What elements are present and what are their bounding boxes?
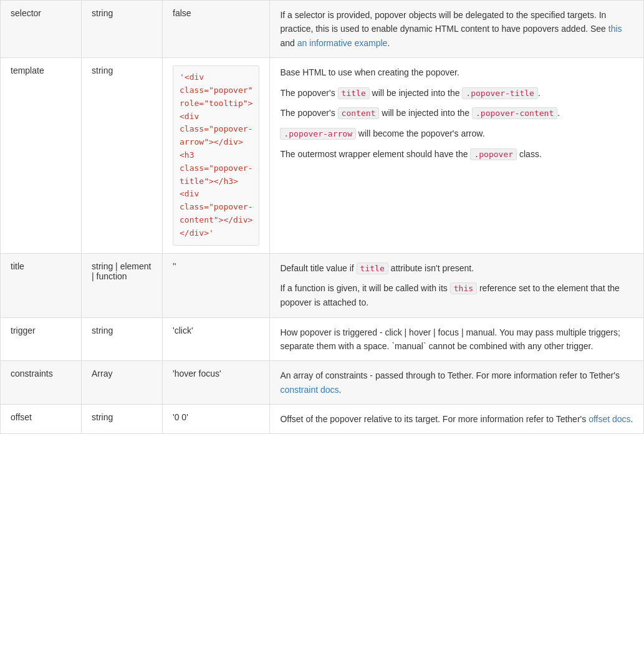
- example-link[interactable]: an informative example: [297, 38, 388, 48]
- option-default: false: [163, 1, 270, 58]
- desc-para-2: If a function is given, it will be calle…: [280, 281, 633, 309]
- description-text: If a selector is provided, popover objec…: [280, 8, 633, 50]
- option-default: 'click': [163, 317, 270, 361]
- option-description: If a selector is provided, popover objec…: [270, 1, 644, 58]
- popover-arrow-code: .popover-arrow: [280, 128, 356, 140]
- this-link[interactable]: this: [608, 24, 622, 34]
- table-row: templatestring'<divclass="popover"role="…: [1, 58, 644, 253]
- desc-para-1: Base HTML to use when creating the popov…: [280, 65, 633, 79]
- option-description: How popover is triggered - click | hover…: [270, 317, 644, 361]
- popover-class-code: .popover: [470, 148, 517, 160]
- option-type: string: [82, 317, 163, 361]
- description-text: Offset of the popover relative to its ta…: [280, 412, 633, 426]
- option-type: string: [82, 58, 163, 253]
- option-default: 'hover focus': [163, 361, 270, 405]
- desc-para-5: The outermost wrapper element should hav…: [280, 147, 633, 162]
- this-code: this: [450, 282, 477, 294]
- table-row: constraintsArray'hover focus'An array of…: [1, 361, 644, 405]
- option-default: '': [163, 253, 270, 317]
- option-description: Offset of the popover relative to its ta…: [270, 405, 644, 434]
- table-row: titlestring | element | function''Defaul…: [1, 253, 644, 317]
- table-row: offsetstring'0 0'Offset of the popover r…: [1, 405, 644, 434]
- option-name: offset: [1, 405, 82, 434]
- description-text: An array of constraints - passed through…: [280, 369, 633, 397]
- option-name: constraints: [1, 361, 82, 405]
- option-name: trigger: [1, 317, 82, 361]
- option-name: selector: [1, 1, 82, 58]
- options-table: selectorstringfalseIf a selector is prov…: [0, 0, 644, 434]
- title-attr-code: title: [357, 263, 388, 274]
- desc-para-1: Default title value if title attribute i…: [280, 261, 633, 276]
- option-name: title: [1, 253, 82, 317]
- popover-content-code: .popover-content: [472, 107, 557, 119]
- table-row: triggerstring'click'How popover is trigg…: [1, 317, 644, 361]
- option-description: Base HTML to use when creating the popov…: [270, 58, 644, 253]
- option-default: '0 0': [163, 405, 270, 434]
- description-text: How popover is triggered - click | hover…: [280, 325, 633, 354]
- option-description: An array of constraints - passed through…: [270, 361, 644, 405]
- popover-title-code: .popover-title: [462, 87, 538, 99]
- option-description: Default title value if title attribute i…: [270, 253, 644, 317]
- option-type: string: [82, 405, 163, 434]
- title-code: title: [338, 87, 370, 99]
- desc-para-4: .popover-arrow will become the popover's…: [280, 127, 633, 141]
- option-name: template: [1, 58, 82, 253]
- option-type: string: [82, 1, 163, 58]
- table-row: selectorstringfalseIf a selector is prov…: [1, 1, 644, 58]
- desc-para-2: The popover's title will be injected int…: [280, 86, 633, 100]
- content-code: content: [338, 107, 380, 119]
- option-type: string | element | function: [82, 253, 163, 317]
- option-type: Array: [82, 361, 163, 405]
- desc-para-3: The popover's content will be injected i…: [280, 106, 633, 120]
- offset-docs-link[interactable]: offset docs: [589, 414, 630, 424]
- constraint-docs-link[interactable]: constraint docs: [280, 385, 339, 395]
- option-default: '<divclass="popover"role="tooltip"><divc…: [163, 58, 270, 253]
